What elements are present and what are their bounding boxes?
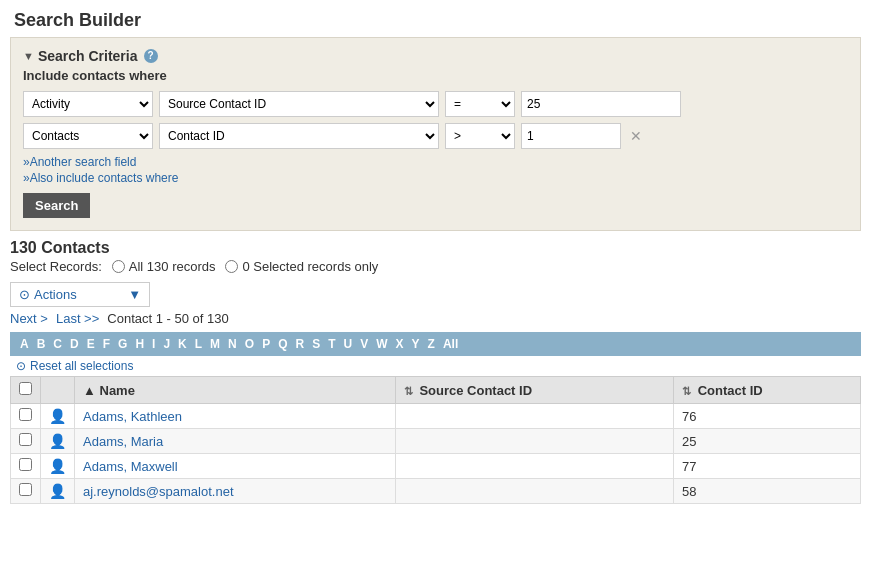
alpha-K[interactable]: K xyxy=(176,336,189,352)
alpha-L[interactable]: L xyxy=(193,336,204,352)
alpha-J[interactable]: J xyxy=(161,336,172,352)
next-link[interactable]: Next > xyxy=(10,311,48,326)
alpha-H[interactable]: H xyxy=(133,336,146,352)
row-checkbox-cell xyxy=(11,404,41,429)
alpha-P[interactable]: P xyxy=(260,336,272,352)
all-records-radio-label[interactable]: All 130 records xyxy=(112,259,216,274)
operator-select-1[interactable]: = > < != xyxy=(445,91,515,117)
alphabet-row: A B C D E F G H I J K L M N O P Q R S T … xyxy=(10,332,861,356)
alpha-G[interactable]: G xyxy=(116,336,129,352)
th-checkbox xyxy=(11,377,41,404)
entity-select-1[interactable]: Activity Contacts xyxy=(23,91,153,117)
sort-arrows-icon-source: ⇅ xyxy=(404,385,413,397)
row-source-contact-id-cell xyxy=(395,454,673,479)
search-criteria-section: ▼ Search Criteria ? Include contacts whe… xyxy=(10,37,861,231)
contact-name-link-0[interactable]: Adams, Kathleen xyxy=(83,409,182,424)
actions-circle-icon: ⊙ xyxy=(19,287,30,302)
row-contact-id-cell: 25 xyxy=(674,429,861,454)
alpha-I[interactable]: I xyxy=(150,336,157,352)
search-button[interactable]: Search xyxy=(23,193,90,218)
value-input-2[interactable] xyxy=(521,123,621,149)
row-icon-cell: 👤 xyxy=(41,404,75,429)
row-name-cell: Adams, Maria xyxy=(75,429,396,454)
select-all-checkbox[interactable] xyxy=(19,382,32,395)
th-icon xyxy=(41,377,75,404)
criteria-row-2: Contacts Activity Contact ID Source Cont… xyxy=(23,123,848,149)
alpha-Q[interactable]: Q xyxy=(276,336,289,352)
page-title: Search Builder xyxy=(0,0,871,37)
sort-arrows-icon-contact: ⇅ xyxy=(682,385,691,397)
alpha-O[interactable]: O xyxy=(243,336,256,352)
alpha-W[interactable]: W xyxy=(374,336,389,352)
alpha-V[interactable]: V xyxy=(358,336,370,352)
row-checkbox-1[interactable] xyxy=(19,433,32,446)
all-records-label: All 130 records xyxy=(129,259,216,274)
row-source-contact-id-cell xyxy=(395,404,673,429)
alpha-B[interactable]: B xyxy=(35,336,48,352)
alpha-A[interactable]: A xyxy=(18,336,31,352)
alpha-D[interactable]: D xyxy=(68,336,81,352)
row-checkbox-cell xyxy=(11,479,41,504)
person-icon: 👤 xyxy=(49,433,66,449)
alpha-Z[interactable]: Z xyxy=(426,336,437,352)
alpha-C[interactable]: C xyxy=(51,336,64,352)
contact-name-link-2[interactable]: Adams, Maxwell xyxy=(83,459,178,474)
field-select-1[interactable]: Source Contact ID Contact ID xyxy=(159,91,439,117)
table-row: 👤 Adams, Maxwell 77 xyxy=(11,454,861,479)
row-icon-cell: 👤 xyxy=(41,429,75,454)
value-input-1[interactable] xyxy=(521,91,681,117)
row-checkbox-3[interactable] xyxy=(19,483,32,496)
actions-dropdown[interactable]: ⊙ Actions ▼ xyxy=(10,282,150,307)
pagination-range: Contact 1 - 50 of 130 xyxy=(107,311,228,326)
alpha-S[interactable]: S xyxy=(310,336,322,352)
reset-label: Reset all selections xyxy=(30,359,133,373)
row-contact-id-cell: 58 xyxy=(674,479,861,504)
operator-select-2[interactable]: = > < != xyxy=(445,123,515,149)
field-select-2[interactable]: Contact ID Source Contact ID xyxy=(159,123,439,149)
contact-name-link-1[interactable]: Adams, Maria xyxy=(83,434,163,449)
alpha-N[interactable]: N xyxy=(226,336,239,352)
select-records-label: Select Records: xyxy=(10,259,102,274)
row-contact-id-cell: 77 xyxy=(674,454,861,479)
contact-name-link-3[interactable]: aj.reynolds@spamalot.net xyxy=(83,484,234,499)
selected-records-label: 0 Selected records only xyxy=(242,259,378,274)
th-source-contact-id[interactable]: ⇅ Source Contact ID xyxy=(395,377,673,404)
table-row: 👤 aj.reynolds@spamalot.net 58 xyxy=(11,479,861,504)
th-name[interactable]: ▲ Name xyxy=(75,377,396,404)
row-checkbox-0[interactable] xyxy=(19,408,32,421)
actions-label: Actions xyxy=(34,287,77,302)
all-records-radio[interactable] xyxy=(112,260,125,273)
alpha-All[interactable]: All xyxy=(441,336,460,352)
include-label: Include contacts where xyxy=(23,68,848,83)
alpha-T[interactable]: T xyxy=(326,336,337,352)
alpha-Y[interactable]: Y xyxy=(410,336,422,352)
last-link[interactable]: Last >> xyxy=(56,311,99,326)
alpha-R[interactable]: R xyxy=(293,336,306,352)
add-field-link[interactable]: »Another search field xyxy=(23,155,848,169)
pagination-row: Next > Last >> Contact 1 - 50 of 130 xyxy=(10,307,861,326)
row-name-cell: Adams, Kathleen xyxy=(75,404,396,429)
alpha-U[interactable]: U xyxy=(342,336,355,352)
row-name-cell: aj.reynolds@spamalot.net xyxy=(75,479,396,504)
row-source-contact-id-cell xyxy=(395,479,673,504)
selected-records-radio[interactable] xyxy=(225,260,238,273)
row-checkbox-cell xyxy=(11,454,41,479)
alpha-E[interactable]: E xyxy=(85,336,97,352)
entity-select-2[interactable]: Contacts Activity xyxy=(23,123,153,149)
alpha-M[interactable]: M xyxy=(208,336,222,352)
reset-row[interactable]: ⊙ Reset all selections xyxy=(10,356,861,376)
selected-records-radio-label[interactable]: 0 Selected records only xyxy=(225,259,378,274)
row-source-contact-id-cell xyxy=(395,429,673,454)
help-icon[interactable]: ? xyxy=(144,49,158,63)
row-checkbox-cell xyxy=(11,429,41,454)
alpha-X[interactable]: X xyxy=(394,336,406,352)
collapse-arrow[interactable]: ▼ xyxy=(23,50,34,62)
sort-up-icon: ▲ xyxy=(83,383,96,398)
results-table: ▲ Name ⇅ Source Contact ID ⇅ Contact ID … xyxy=(10,376,861,504)
row-checkbox-2[interactable] xyxy=(19,458,32,471)
also-include-link[interactable]: »Also include contacts where xyxy=(23,171,848,185)
remove-row-2-btn[interactable]: ✕ xyxy=(627,128,645,144)
alpha-F[interactable]: F xyxy=(101,336,112,352)
actions-arrow-icon: ▼ xyxy=(128,287,141,302)
th-contact-id[interactable]: ⇅ Contact ID xyxy=(674,377,861,404)
